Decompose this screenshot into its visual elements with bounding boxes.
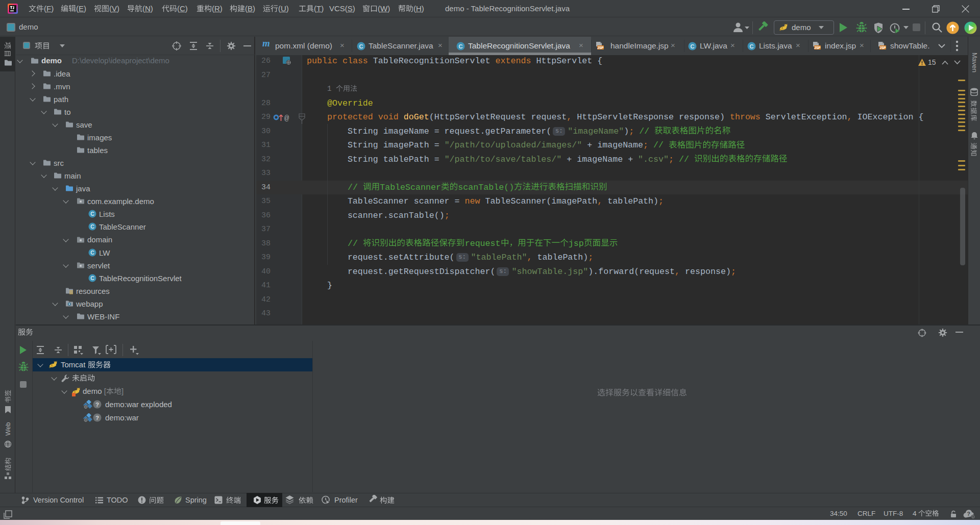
svg-text:C: C	[749, 43, 753, 49]
svg-text:JSP: JSP	[597, 46, 604, 49]
svg-text:JSP: JSP	[879, 46, 886, 49]
svg-text:C: C	[90, 249, 94, 256]
svg-text:JSP: JSP	[814, 46, 821, 49]
svg-text:C: C	[690, 43, 694, 49]
svg-text:?: ?	[967, 511, 970, 517]
svg-text:C: C	[90, 223, 94, 230]
svg-text:C: C	[90, 275, 94, 281]
svg-text:@: @	[284, 114, 289, 122]
svg-text:?: ?	[95, 402, 99, 408]
svg-text:C: C	[359, 43, 363, 49]
svg-text:C: C	[90, 211, 94, 217]
svg-text:?: ?	[95, 415, 99, 421]
svg-text:C: C	[458, 43, 462, 49]
